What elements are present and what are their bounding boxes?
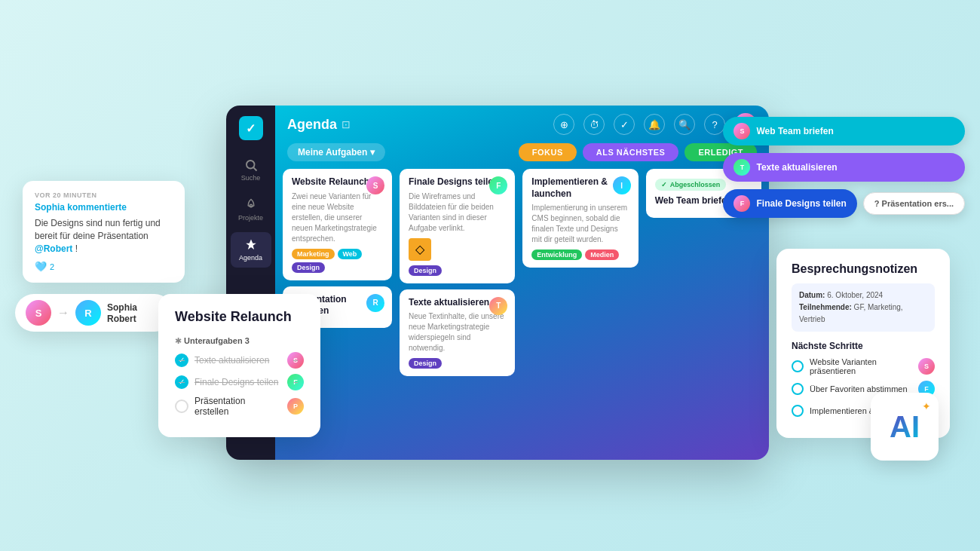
comment-verb: kommentierte <box>65 202 127 213</box>
task-card-finale[interactable]: F Finale Designs teilen Die Wireframes u… <box>400 169 515 283</box>
check-icon-1: ✓ <box>175 354 188 367</box>
step-1-label: Website Varianten präsentieren <box>810 357 912 375</box>
pill-webteam[interactable]: S Web Team briefen <box>723 117 965 145</box>
top-bar: Agenda ⊡ ⊕ ⏱ ✓ 🔔 🔍 ? S <box>275 106 769 143</box>
tab-next[interactable]: ALS NÄCHSTES <box>583 143 679 161</box>
ai-logo: AI <box>890 410 920 444</box>
right-panel: S Web Team briefen T Texte aktualisieren… <box>723 117 965 218</box>
sophia-name: Sophia <box>107 302 137 313</box>
pin-icon <box>244 238 258 252</box>
svg-point-0 <box>247 161 255 169</box>
svg-point-2 <box>250 204 252 207</box>
sidebar-projects-label: Projekte <box>238 214 263 222</box>
step-circle-3 <box>792 405 804 417</box>
check-icon-2: ✓ <box>175 375 188 389</box>
search-top-icon[interactable]: 🔍 <box>674 114 695 135</box>
heart-icon: 🩵 <box>35 261 47 272</box>
tag-medien: Medien <box>585 249 619 260</box>
tag-design: Design <box>292 262 325 273</box>
comment-text: Die Designs sind nun fertig und bereit f… <box>35 217 173 255</box>
pill-texte-label: Texte aktualisieren <box>756 162 837 173</box>
subtask-1-label: Texte aktualisieren <box>194 355 269 366</box>
tag-marketing: Marketing <box>292 249 335 259</box>
robert-name: Robert <box>107 314 137 324</box>
ai-star-icon: ✦ <box>922 400 931 412</box>
svg-line-1 <box>253 167 256 170</box>
app-title: Agenda <box>287 117 337 133</box>
task-card-implementieren[interactable]: I Implementieren & launchen Implementier… <box>522 169 638 268</box>
task-avatar-1: S <box>366 176 384 194</box>
subtask-3[interactable]: Präsentation erstellen P <box>175 396 304 417</box>
task-card-texte[interactable]: T Texte aktualisieren Neue Textinhalte, … <box>400 289 515 377</box>
meeting-title: Besprechungsnotizen <box>792 262 935 276</box>
next-steps-label: Nächste Schritte <box>792 341 935 351</box>
subtask-3-avatar: P <box>287 398 304 415</box>
comment-likes[interactable]: 🩵 2 <box>35 261 173 272</box>
sidebar-search-label: Suche <box>241 174 261 182</box>
timer-icon[interactable]: ⏱ <box>583 114 605 135</box>
subtask-2-label: Finale Designs teilen <box>194 377 278 387</box>
comment-author: Sophia <box>35 202 65 213</box>
sketch-icon: ◇ <box>409 238 431 261</box>
check-icon-3 <box>175 399 188 413</box>
task-tags-relaunch: Marketing Web Design <box>292 249 383 273</box>
pill-avatar-3: F <box>733 195 750 212</box>
relaunch-title: Website Relaunch <box>175 309 304 326</box>
bell-icon[interactable]: 🔔 <box>644 114 665 135</box>
step-circle-2 <box>792 383 804 395</box>
check-icon[interactable]: ✓ <box>614 114 635 135</box>
title-edit-icon[interactable]: ⊡ <box>341 118 351 130</box>
subtask-2-avatar: F <box>287 374 304 390</box>
help-icon[interactable]: ? <box>704 114 725 135</box>
relaunch-detail-card: Website Relaunch ✱ Unteraufgaben 3 ✓ Tex… <box>158 294 320 437</box>
transfer-arrow: → <box>57 306 69 320</box>
app-logo: ✓ <box>239 116 263 140</box>
pill-finale-label: Finale Designs teilen <box>756 198 846 209</box>
sophia-avatar: S <box>26 300 51 326</box>
task-avatar-impl: I <box>613 176 631 194</box>
subtasks-label: ✱ Unteraufgaben 3 <box>175 336 304 346</box>
subtask-3-label: Präsentation erstellen <box>194 396 281 417</box>
rocket-icon <box>244 198 258 212</box>
task-desc-relaunch: Zwei neue Varianten für eine neue Websit… <box>292 191 383 244</box>
robert-avatar: R <box>75 300 101 326</box>
column-next: I Implementieren & launchen Implementier… <box>522 169 638 452</box>
check-done-icon: ✓ <box>661 181 667 188</box>
tag-design-texte: Design <box>409 358 442 369</box>
subtask-2[interactable]: ✓ Finale Designs teilen F <box>175 374 304 390</box>
next-step-1[interactable]: Website Varianten präsentieren S <box>792 357 935 375</box>
pill-finale[interactable]: F Finale Designs teilen <box>723 189 856 218</box>
sidebar-item-search[interactable]: Suche <box>231 152 271 188</box>
ai-card[interactable]: ✦ AI <box>871 393 939 461</box>
pill-texte[interactable]: T Texte aktualisieren <box>723 153 965 182</box>
subtask-1[interactable]: ✓ Texte aktualisieren S <box>175 352 304 369</box>
comment-timestamp: VOR 20 MINUTEN <box>35 191 173 199</box>
tab-fokus[interactable]: FOKUS <box>519 143 577 161</box>
task-avatar-2: R <box>366 294 384 312</box>
pill-avatar-2: T <box>733 159 750 176</box>
tag-web: Web <box>338 249 363 259</box>
kanban-area: S Website Relaunch Zwei neue Varianten f… <box>275 169 769 460</box>
tag-entwicklung: Entwicklung <box>531 249 582 260</box>
subtask-1-avatar: S <box>287 352 304 369</box>
pill-webteam-label: Web Team briefen <box>756 126 833 136</box>
sidebar-agenda-label: Agenda <box>239 254 262 262</box>
add-icon[interactable]: ⊕ <box>553 114 574 135</box>
sidebar-item-agenda[interactable]: Agenda <box>231 232 271 268</box>
task-avatar-4: T <box>489 297 507 315</box>
meeting-date-label: Datum: <box>799 291 825 299</box>
meeting-participants-label: Teilnehmende: <box>799 303 852 311</box>
task-desc-finale: Die Wireframes und Bilddateien für die b… <box>409 191 506 234</box>
done-badge: ✓ Abgeschlossen <box>655 179 727 191</box>
my-tasks-button[interactable]: Meine Aufgaben ▾ <box>287 143 385 161</box>
tab-bar: Meine Aufgaben ▾ FOKUS ALS NÄCHSTES ERLE… <box>275 143 769 169</box>
meeting-info-box: Datum: 6. Oktober, 2024 Teilnehmende: GF… <box>792 283 935 332</box>
task-tags-impl: Entwicklung Medien <box>531 249 629 260</box>
sidebar-item-projects[interactable]: Projekte <box>231 192 271 228</box>
person-transfer-card: S → R Sophia Robert <box>15 294 173 332</box>
task-card-relaunch[interactable]: S Website Relaunch Zwei neue Varianten f… <box>283 169 392 280</box>
pill-praesentation[interactable]: ? Präsentation ers... <box>863 192 965 215</box>
step-1-avatar: S <box>918 358 935 375</box>
task-tags-finale: Design <box>409 265 506 276</box>
search-icon <box>244 158 258 172</box>
